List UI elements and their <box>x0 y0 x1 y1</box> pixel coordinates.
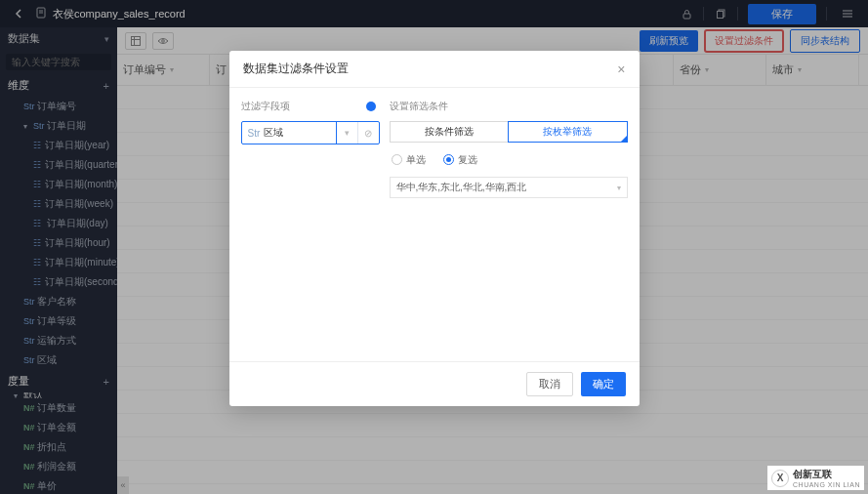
filter-mode-tabs: 按条件筛选 按枚举筛选 <box>390 121 628 143</box>
watermark-logo-icon: X <box>771 470 789 487</box>
filter-modal: 数据集过滤条件设置 × 过滤字段项 Str 区域 ▾ ⊘ 设置筛 <box>229 51 640 406</box>
cancel-button[interactable]: 取消 <box>526 372 573 396</box>
modal-footer: 取消 确定 <box>229 361 640 406</box>
modal-right-pane: 设置筛选条件 按条件筛选 按枚举筛选 单选 复选 华中,华东,东北,华北,华南,… <box>390 100 628 350</box>
modal-header: 数据集过滤条件设置 × <box>229 51 640 88</box>
filter-field-label: 过滤字段项 <box>241 100 290 113</box>
ok-button[interactable]: 确定 <box>581 372 626 396</box>
radio-multi[interactable]: 复选 <box>443 152 477 167</box>
selection-mode-row: 单选 复选 <box>390 150 628 169</box>
field-radio-checked-icon[interactable] <box>366 102 376 111</box>
watermark-name: 创新互联 <box>793 468 860 481</box>
radio-single[interactable]: 单选 <box>392 152 426 167</box>
enum-value-text: 华中,华东,东北,华北,华南,西北 <box>396 181 527 194</box>
modal-left-pane: 过滤字段项 Str 区域 ▾ ⊘ <box>241 100 380 350</box>
filter-field-value: 区域 <box>264 126 283 140</box>
chevron-down-icon[interactable]: ▾ <box>336 122 357 144</box>
filter-field-select[interactable]: Str 区域 ▾ ⊘ <box>241 121 380 144</box>
tab-condition[interactable]: 按条件筛选 <box>391 122 509 142</box>
tab-enum[interactable]: 按枚举筛选 <box>508 121 628 143</box>
watermark-sub: CHUANG XIN LIAN <box>793 481 860 488</box>
condition-section-label: 设置筛选条件 <box>390 100 628 113</box>
string-type-icon: Str <box>248 128 261 139</box>
close-icon[interactable]: × <box>617 62 625 77</box>
watermark: X 创新互联 CHUANG XIN LIAN <box>767 466 864 490</box>
chevron-down-icon: ▾ <box>617 184 621 192</box>
clear-icon[interactable]: ⊘ <box>357 122 379 144</box>
enum-value-select[interactable]: 华中,华东,东北,华北,华南,西北 ▾ <box>390 177 628 198</box>
modal-title: 数据集过滤条件设置 <box>243 61 349 77</box>
modal-mask: 数据集过滤条件设置 × 过滤字段项 Str 区域 ▾ ⊘ 设置筛 <box>0 0 868 494</box>
